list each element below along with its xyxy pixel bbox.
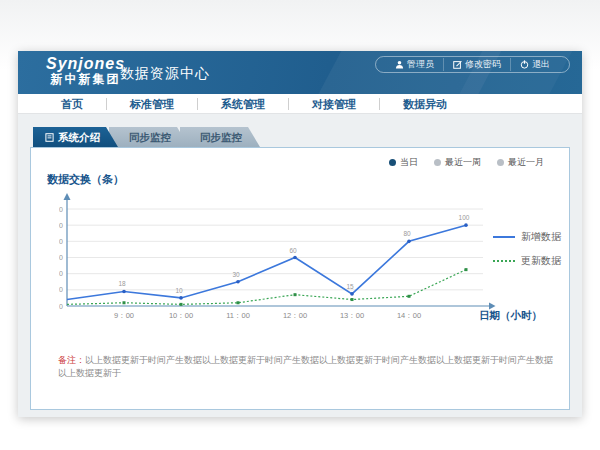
logout-label: 退出 (532, 58, 550, 71)
logo-chinese: 新中新集团 (46, 72, 125, 86)
range-option-last-month[interactable]: 最近一月 (497, 156, 544, 169)
svg-text:60: 60 (289, 247, 297, 254)
app-window: Synjones 新中新集团 数据资源中心 管理员 修改密 (18, 51, 582, 417)
nav-item-data-change[interactable]: 数据异动 (379, 98, 470, 110)
note-label: 备注： (58, 355, 85, 365)
nav-item-standard-mgmt[interactable]: 标准管理 (106, 98, 197, 110)
tab-label: 同步监控 (129, 127, 171, 147)
svg-text:11：00: 11：00 (226, 311, 250, 320)
power-icon (520, 60, 529, 69)
tab-sync-monitor-1[interactable]: 同步监控 (109, 127, 189, 147)
user-menu-admin[interactable]: 管理员 (386, 58, 443, 71)
main-nav: 首页 标准管理 系统管理 对接管理 数据异动 (18, 94, 582, 114)
page-title: 数据资源中心 (120, 65, 210, 83)
range-option-today[interactable]: 当日 (389, 156, 418, 169)
svg-text:13：00: 13：00 (340, 311, 364, 320)
range-option-last-week[interactable]: 最近一周 (434, 156, 481, 169)
svg-text:12：00: 12：00 (283, 311, 307, 320)
svg-text:100: 100 (459, 214, 470, 221)
line-swatch-solid (493, 236, 515, 238)
page-background: Synjones 新中新集团 数据资源中心 管理员 修改密 (0, 0, 600, 450)
chart-legend: 新增数据 更新数据 (493, 230, 561, 278)
user-icon (395, 60, 404, 69)
svg-text:14：00: 14：00 (397, 311, 421, 320)
svg-text:120: 120 (59, 206, 63, 213)
radio-icon (434, 159, 441, 166)
svg-text:80: 80 (59, 238, 63, 245)
line-swatch-dotted (493, 260, 515, 262)
nav-item-home[interactable]: 首页 (38, 98, 106, 110)
svg-text:10：00: 10：00 (169, 311, 193, 320)
svg-text:30: 30 (232, 271, 240, 278)
svg-text:80: 80 (403, 230, 411, 237)
tab-system-intro[interactable]: 系统介绍 (33, 127, 118, 147)
change-password-button[interactable]: 修改密码 (443, 58, 510, 71)
tab-label: 同步监控 (200, 127, 242, 147)
chart-panel: 当日 最近一周 最近一月 数据交换（条） 0204060801001209：00… (30, 147, 570, 410)
line-chart: 0204060801001209：0010：0011：0012：0013：001… (59, 192, 529, 327)
change-password-label: 修改密码 (465, 58, 501, 71)
footer-note: 备注：以上数据更新于时间产生数据以上数据更新于时间产生数据以上数据更新于时间产生… (58, 354, 558, 380)
document-icon (45, 133, 54, 142)
svg-text:40: 40 (59, 270, 63, 277)
x-axis-title: 日期（小时） (479, 309, 542, 323)
svg-text:20: 20 (59, 286, 63, 293)
svg-text:0: 0 (59, 303, 63, 310)
svg-text:60: 60 (59, 254, 63, 261)
logo-english: Synjones (46, 55, 125, 72)
svg-text:18: 18 (118, 280, 126, 287)
tab-label: 系统介绍 (58, 127, 100, 147)
tab-bar: 系统介绍 同步监控 同步监控 (33, 127, 582, 147)
user-name: 管理员 (407, 58, 434, 71)
y-axis-title: 数据交换（条） (47, 172, 124, 187)
radio-icon (389, 159, 396, 166)
app-header: Synjones 新中新集团 数据资源中心 管理员 修改密 (18, 51, 582, 94)
nav-item-integration-mgmt[interactable]: 对接管理 (288, 98, 379, 110)
note-text: 以上数据更新于时间产生数据以上数据更新于时间产生数据以上数据更新于时间产生数据以… (58, 355, 553, 378)
svg-text:10: 10 (175, 287, 183, 294)
edit-icon (453, 60, 462, 69)
svg-text:15: 15 (346, 283, 354, 290)
legend-new-data[interactable]: 新增数据 (493, 230, 561, 244)
user-menu: 管理员 修改密码 退出 (375, 56, 570, 73)
nav-item-system-mgmt[interactable]: 系统管理 (197, 98, 288, 110)
svg-text:100: 100 (59, 222, 63, 229)
legend-updated-data[interactable]: 更新数据 (493, 254, 561, 268)
tab-sync-monitor-2[interactable]: 同步监控 (180, 127, 260, 147)
logout-button[interactable]: 退出 (510, 58, 559, 71)
radio-icon (497, 159, 504, 166)
time-range-selector: 当日 最近一周 最近一月 (389, 156, 544, 169)
company-logo: Synjones 新中新集团 (46, 55, 125, 86)
svg-text:9：00: 9：00 (114, 311, 134, 320)
